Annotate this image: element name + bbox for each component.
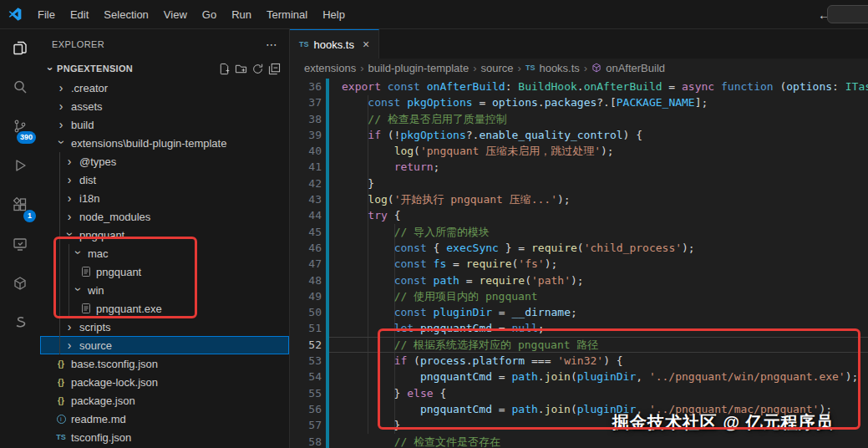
- tab-close-icon[interactable]: ×: [363, 38, 369, 51]
- menu-file[interactable]: File: [30, 7, 63, 23]
- code-line-48[interactable]: 48 const path = require('path');: [290, 272, 868, 288]
- search-view-button[interactable]: [0, 69, 40, 108]
- code-line-44[interactable]: 44 try {: [290, 207, 868, 223]
- line-number: 44: [290, 207, 322, 223]
- line-number: 41: [290, 159, 322, 175]
- tree-item-package-json[interactable]: {}package.json: [40, 391, 289, 410]
- tree-item-label: base.tsconfig.json: [71, 358, 158, 370]
- tree-item-source[interactable]: ›source: [40, 336, 289, 354]
- tree-item--types[interactable]: ›@types: [40, 152, 289, 171]
- code-line-50[interactable]: 50 const pluginDir = __dirname;: [290, 304, 868, 320]
- breadcrumb-item-build-plugin-template[interactable]: build-plugin-template: [368, 62, 470, 74]
- line-number: 55: [290, 385, 322, 401]
- explorer-view-button[interactable]: [0, 29, 40, 69]
- source-control-view-button[interactable]: 390: [0, 108, 40, 147]
- code-line-40[interactable]: 40 log('pngquant 压缩未启用，跳过处理');: [290, 143, 868, 159]
- run-debug-view-button[interactable]: [0, 147, 40, 186]
- breadcrumb-item-hooks-ts[interactable]: hooks.ts: [539, 62, 579, 74]
- breadcrumb-item-extensions[interactable]: extensions: [304, 62, 356, 74]
- code-text: if (process.platform === 'win32') {: [329, 353, 868, 369]
- breadcrumb-separator: ›: [584, 62, 587, 74]
- chevron-right-icon: ›: [62, 173, 77, 186]
- tree-item--creator[interactable]: ›.creator: [40, 79, 289, 97]
- code-line-55[interactable]: 55 } else {: [290, 385, 868, 401]
- tree-item-readme-md[interactable]: ireadme.md: [40, 410, 289, 428]
- extensions-badge: 1: [23, 210, 36, 222]
- tree-item-i18n[interactable]: ›i18n: [40, 189, 289, 207]
- tree-item-mac[interactable]: ›mac: [40, 244, 289, 262]
- code-line-36[interactable]: 36export const onAfterBuild: BuildHook.o…: [290, 79, 868, 94]
- code-text: // 检查文件是否存在: [329, 434, 868, 448]
- code-line-52[interactable]: 52 // 根据系统选择对应的 pngquant 路径: [290, 337, 868, 353]
- project-section-header[interactable]: › PNGEXTENSION: [40, 59, 289, 79]
- code-line-43[interactable]: 43 log('开始执行 pngquant 压缩...');: [290, 191, 868, 207]
- code-line-42[interactable]: 42 }: [290, 176, 868, 191]
- tree-item-tsconfig-json[interactable]: TStsconfig.json: [40, 428, 289, 446]
- remote-preview-view-button[interactable]: [0, 226, 40, 265]
- menu-edit[interactable]: Edit: [63, 7, 96, 23]
- code-line-41[interactable]: 41 return;: [290, 159, 868, 175]
- tree-item-build[interactable]: ›build: [40, 115, 289, 134]
- code-line-38[interactable]: 38 // 检查是否启用了质量控制: [290, 111, 868, 127]
- code-line-51[interactable]: 51 let pngquantCmd = null;: [290, 320, 868, 336]
- code-line-46[interactable]: 46 const { execSync } = require('child_p…: [290, 240, 868, 256]
- chevron-right-icon: ›: [62, 191, 77, 205]
- breadcrumb-item-source[interactable]: source: [481, 62, 514, 74]
- code-line-54[interactable]: 54 pngquantCmd = path.join(pluginDir, '.…: [290, 369, 868, 384]
- menu-terminal[interactable]: Terminal: [259, 7, 315, 23]
- code-line-45[interactable]: 45 // 导入所需的模块: [290, 224, 868, 240]
- tree-item-node-modules[interactable]: ›node_modules: [40, 207, 289, 226]
- breadcrumb-item-onafterbuild[interactable]: onAfterBuild: [606, 62, 665, 74]
- tree-item-win[interactable]: ›win: [40, 281, 289, 299]
- tree-item-assets[interactable]: ›assets: [40, 97, 289, 115]
- menu-selection[interactable]: Selection: [96, 7, 155, 23]
- collapse-all-icon[interactable]: [268, 63, 281, 75]
- code-text: pngquantCmd = path.join(pluginDir, '../p…: [329, 369, 868, 384]
- tree-item-pngquant-exe[interactable]: pngquant.exe: [40, 299, 289, 318]
- breadcrumb-separator: ›: [360, 62, 363, 74]
- tree-item-base-tsconfig-json[interactable]: {}base.tsconfig.json: [40, 354, 289, 373]
- tree-item-package-lock-json[interactable]: {}package-lock.json: [40, 373, 289, 391]
- command-center-searchbox[interactable]: [827, 5, 868, 23]
- tree-indent-guide: [69, 244, 69, 318]
- breadcrumbs: extensions›build-plugin-template›source›…: [290, 59, 868, 77]
- code-line-37[interactable]: 37 const pkgOptions = options.packages?.…: [290, 94, 868, 110]
- line-number: 51: [290, 320, 322, 336]
- new-folder-icon[interactable]: [235, 63, 247, 75]
- tree-indent-guide: [59, 152, 60, 354]
- menu-run[interactable]: Run: [224, 7, 259, 23]
- cube-extension-view-button[interactable]: [0, 265, 40, 304]
- tab-hooks-ts[interactable]: TS hooks.ts ×: [290, 29, 379, 59]
- json-file-icon: {}: [53, 396, 69, 405]
- code-text: return;: [329, 159, 868, 175]
- code-line-47[interactable]: 47 const fs = require('fs');: [290, 256, 868, 272]
- typescript-icon: TS: [53, 433, 69, 441]
- menu-help[interactable]: Help: [315, 7, 353, 23]
- json-file-icon: {}: [53, 359, 69, 369]
- code-text: let pngquantCmd = null;: [329, 320, 868, 336]
- more-actions-icon[interactable]: ⋯: [266, 38, 277, 51]
- code-line-53[interactable]: 53 if (process.platform === 'win32') {: [290, 353, 868, 369]
- code-line-39[interactable]: 39 if (!pkgOptions?.enable_quality_contr…: [290, 127, 868, 143]
- tree-item-pngquant[interactable]: pngquant: [40, 262, 289, 281]
- tree-item-dist[interactable]: ›dist: [40, 171, 289, 189]
- new-file-icon[interactable]: [218, 63, 231, 75]
- menu-view[interactable]: View: [156, 7, 195, 23]
- tree-item-pngquant[interactable]: ›pngquant: [40, 226, 289, 244]
- tree-item-label: i18n: [79, 192, 100, 205]
- code-line-58[interactable]: 58 // 检查文件是否存在: [290, 434, 868, 448]
- code-editor[interactable]: 36export const onAfterBuild: BuildHook.o…: [290, 77, 868, 448]
- code-line-49[interactable]: 49 // 使用项目内的 pngquant: [290, 288, 868, 304]
- tree-item-scripts[interactable]: ›scripts: [40, 318, 289, 336]
- s-extension-view-button[interactable]: [0, 304, 40, 344]
- refresh-icon[interactable]: [251, 63, 264, 75]
- line-number: 45: [290, 224, 322, 240]
- tree-item-label: package-lock.json: [71, 376, 158, 389]
- menu-go[interactable]: Go: [195, 7, 224, 23]
- extensions-view-button[interactable]: 1: [0, 186, 40, 226]
- tree-item-label: package.json: [71, 395, 135, 407]
- tree-item-label: dist: [79, 174, 96, 186]
- chevron-down-icon: ›: [72, 245, 85, 260]
- code-text: // 根据系统选择对应的 pngquant 路径: [329, 337, 868, 353]
- tree-item-extensions-build-plugin-template[interactable]: ›extensions\build-plugin-template: [40, 134, 289, 152]
